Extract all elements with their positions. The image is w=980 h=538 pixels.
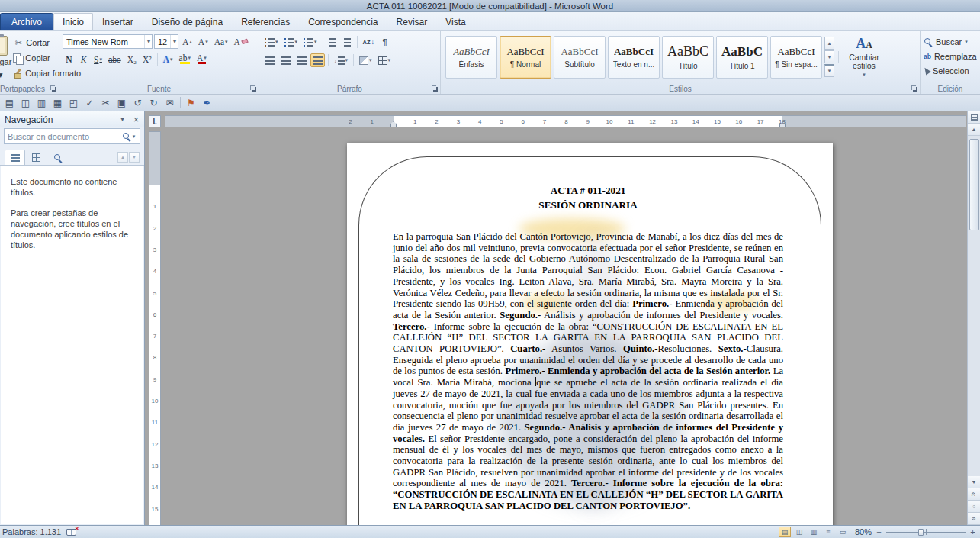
shrink-font-button[interactable]: A▾ [196, 35, 210, 49]
proofing-errors-icon[interactable] [66, 529, 76, 536]
zoom-in-button[interactable]: + [968, 527, 978, 536]
tab-inicio[interactable]: Inicio [53, 13, 93, 30]
vertical-scrollbar[interactable]: ▲ ▼ « ○ « [967, 111, 980, 525]
copy-button[interactable]: ▣ [114, 96, 129, 110]
redo-button[interactable]: ↻ [146, 96, 161, 110]
flag-addin-button[interactable]: ⚑ [184, 96, 198, 110]
previous-result-button[interactable]: ▲ [117, 152, 128, 163]
change-styles-button[interactable]: AA Cambiar estilos ▾ [843, 37, 885, 78]
vertical-ruler[interactable]: 123456789101112131415 [149, 131, 161, 525]
zoom-out-button[interactable]: − [874, 527, 884, 536]
change-case-button[interactable]: Aa▾ [212, 35, 230, 49]
tab-insertar[interactable]: Insertar [93, 13, 143, 30]
multilevel-list-button[interactable]: ▾ [301, 35, 320, 49]
horizontal-ruler[interactable]: 12345678910111213141516171812 [165, 115, 966, 127]
shading-button[interactable]: ▾ [357, 53, 374, 67]
tab-correspondencia[interactable]: Correspondencia [299, 13, 387, 30]
style-card-enfasis[interactable]: AaBbCcI Énfasis [445, 36, 497, 79]
tab-diseno-de-pagina[interactable]: Diseño de página [143, 13, 232, 30]
numbering-button[interactable]: ▾ [282, 35, 300, 49]
align-center-button[interactable] [278, 53, 293, 67]
search-button[interactable]: ▾ [117, 129, 140, 143]
text-effects-button[interactable]: A▾ [161, 53, 175, 66]
style-card-sin-espaciado[interactable]: AaBbCcI ¶ Sin espa... [770, 36, 822, 79]
style-card-titulo[interactable]: AaBbC Título [662, 36, 714, 79]
document-text[interactable]: ACTA # 011-2021 SESIÓN ORDINARIA En la p… [393, 183, 783, 512]
chevron-down-icon[interactable]: ▾ [144, 35, 152, 48]
title-bar[interactable]: ACTA 011 10062021 [Modo de compatibilida… [0, 0, 980, 12]
browse-pages-tab[interactable] [26, 150, 47, 165]
increase-indent-button[interactable] [341, 35, 354, 49]
clear-formatting-button[interactable]: A [232, 35, 250, 49]
italic-button[interactable]: K [77, 53, 90, 66]
style-card-subtitulo[interactable]: AaBbCcI Subtítulo [554, 36, 606, 79]
view-web-layout-button[interactable]: ▥ [808, 527, 820, 537]
show-formatting-marks-button[interactable]: ¶ [378, 35, 391, 49]
justify-button[interactable] [310, 53, 325, 67]
select-browse-object-button[interactable]: ○ [968, 501, 980, 513]
tab-stop-selector[interactable]: L [149, 115, 161, 127]
print-preview-button[interactable]: ◰ [66, 96, 81, 110]
tab-archivo[interactable]: Archivo [0, 13, 53, 30]
superscript-button[interactable]: X² [140, 53, 154, 66]
replace-button[interactable]: ab Reemplaza [924, 50, 977, 62]
dialog-launcher-icon[interactable] [432, 85, 439, 92]
find-button[interactable]: Buscar ▾ [924, 36, 977, 47]
style-card-texto-en-negrita[interactable]: AaBbCcI Texto en n... [608, 36, 660, 79]
borders-button[interactable]: ▾ [376, 53, 394, 67]
dialog-launcher-icon[interactable] [250, 85, 257, 92]
font-family-combo[interactable]: Times New Rom ▾ [63, 34, 153, 49]
font-color-button[interactable]: A▾ [194, 53, 209, 66]
open-button[interactable]: ◫ [18, 96, 33, 110]
tab-vista[interactable]: Vista [436, 13, 474, 30]
spelling-button[interactable]: ✓ [82, 96, 97, 110]
subscript-button[interactable]: X₂ [125, 53, 139, 66]
navigation-options-dropdown[interactable]: ▾ [117, 114, 128, 125]
close-icon[interactable]: × [130, 114, 142, 125]
select-button[interactable]: Seleccion [924, 65, 977, 76]
view-print-layout-button[interactable]: ▤ [779, 527, 791, 537]
search-input[interactable] [5, 132, 117, 141]
style-card-titulo-1[interactable]: AaBbC Título 1 [716, 36, 768, 79]
browse-headings-tab[interactable] [5, 150, 25, 165]
paste-button[interactable]: Pegar ▾ [0, 33, 11, 82]
cut-button[interactable]: ✂ [98, 96, 113, 110]
chevron-down-icon[interactable]: ▾ [170, 35, 178, 48]
dialog-launcher-icon[interactable] [50, 85, 57, 92]
align-right-button[interactable] [294, 53, 309, 67]
print-button[interactable]: ▦ [50, 96, 65, 110]
envelope-button[interactable]: ✉ [162, 96, 177, 110]
styles-more-button[interactable]: ▾ [824, 64, 834, 77]
align-left-button[interactable] [262, 53, 277, 67]
left-indent-marker[interactable] [390, 121, 397, 127]
zoom-level[interactable]: 80% [851, 527, 872, 536]
save-button[interactable]: ▥ [34, 96, 49, 110]
sort-button[interactable]: AZ↓ [361, 35, 378, 49]
view-fullscreen-button[interactable]: ◫ [793, 527, 805, 537]
undo-button[interactable]: ↺ [130, 96, 145, 110]
style-card-normal[interactable]: AaBbCcI ¶ Normal [500, 36, 551, 79]
zoom-slider-thumb[interactable] [918, 529, 924, 536]
next-page-button[interactable]: « [968, 513, 980, 525]
pen-addin-button[interactable]: ✒ [200, 96, 214, 110]
bullets-button[interactable]: ▾ [262, 35, 281, 49]
font-size-combo[interactable]: 12 ▾ [154, 34, 178, 49]
highlight-button[interactable]: ab▾ [177, 53, 193, 66]
tab-referencias[interactable]: Referencias [232, 13, 299, 30]
line-spacing-button[interactable]: ↕▾ [332, 53, 350, 67]
previous-page-button[interactable]: « [968, 488, 980, 501]
word-count[interactable]: Palabras: 1.131 [2, 527, 61, 536]
bold-button[interactable]: N [63, 53, 76, 66]
styles-scroll-down-button[interactable]: ▾ [824, 50, 834, 63]
dialog-launcher-icon[interactable] [911, 85, 918, 92]
strikethrough-button[interactable]: abe [106, 53, 124, 66]
styles-scroll-up-button[interactable]: ▴ [824, 37, 834, 50]
underline-button[interactable]: S▾ [92, 53, 104, 66]
decrease-indent-button[interactable] [326, 35, 339, 49]
scroll-up-button[interactable]: ▲ [968, 124, 980, 136]
new-document-button[interactable]: ▤ [2, 96, 17, 110]
grow-font-button[interactable]: A▴ [180, 35, 194, 49]
browse-results-tab[interactable] [47, 150, 68, 165]
zoom-slider[interactable] [886, 527, 966, 537]
next-result-button[interactable]: ▼ [129, 152, 140, 163]
